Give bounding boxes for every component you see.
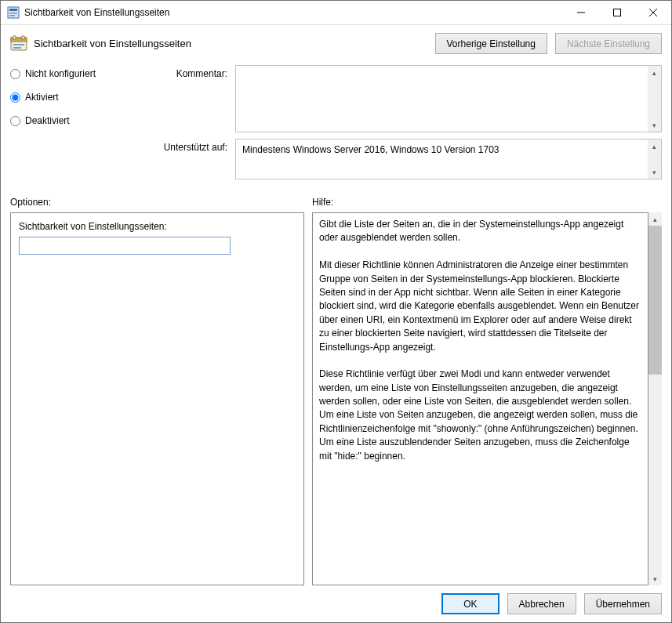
maximize-button[interactable] xyxy=(599,1,635,24)
radio-disabled-label: Deaktiviert xyxy=(25,115,70,126)
radio-enabled-label: Aktiviert xyxy=(25,92,59,103)
svg-rect-10 xyxy=(13,36,16,39)
supported-on-text: Mindestens Windows Server 2016, Windows … xyxy=(242,144,499,155)
minimize-button[interactable] xyxy=(563,1,599,24)
top-grid: Nicht konfiguriert Aktiviert Deaktiviert… xyxy=(10,65,662,179)
help-paragraph-1: Gibt die Liste der Seiten an, die in der… xyxy=(319,218,641,245)
comment-label: Kommentar: xyxy=(152,65,231,79)
state-radio-group: Nicht konfiguriert Aktiviert Deaktiviert xyxy=(10,65,147,126)
panels: Sichtbarkeit von Einstellungsseiten: Gib… xyxy=(10,212,662,585)
radio-not-configured[interactable]: Nicht konfiguriert xyxy=(10,68,147,79)
previous-setting-button[interactable]: Vorherige Einstellung xyxy=(435,33,547,54)
scroll-up-icon[interactable]: ▴ xyxy=(648,139,661,153)
help-panel: Gibt die Liste der Seiten an, die in der… xyxy=(312,212,648,585)
cancel-button[interactable]: Abbrechen xyxy=(507,593,576,614)
comment-textarea[interactable]: ▴ ▾ xyxy=(235,65,662,132)
titlebar: Sichtbarkeit von Einstellungsseiten xyxy=(1,1,671,25)
window-controls xyxy=(563,1,671,24)
radio-not-configured-input[interactable] xyxy=(10,69,20,79)
scroll-down-icon[interactable]: ▾ xyxy=(648,118,661,132)
visibility-input[interactable] xyxy=(19,237,231,255)
supported-label: Unterstützt auf: xyxy=(152,136,231,153)
svg-rect-1 xyxy=(9,9,17,11)
comment-scrollbar[interactable]: ▴ ▾ xyxy=(648,66,661,132)
help-paragraph-3: Diese Richtlinie verfügt über zwei Modi … xyxy=(319,368,641,463)
panel-labels: Optionen: Hilfe: xyxy=(10,197,662,208)
svg-rect-2 xyxy=(9,13,17,14)
policy-icon xyxy=(10,35,27,53)
header-row: Sichtbarkeit von Einstellungsseiten Vorh… xyxy=(10,33,662,54)
svg-rect-12 xyxy=(13,44,24,45)
page-title: Sichtbarkeit von Einstellungsseiten xyxy=(34,38,435,49)
help-scrollbar[interactable]: ▴ ▾ xyxy=(648,212,662,585)
svg-rect-5 xyxy=(614,9,621,16)
radio-not-configured-label: Nicht konfiguriert xyxy=(25,68,96,79)
radio-enabled-input[interactable] xyxy=(10,92,20,103)
radio-enabled[interactable]: Aktiviert xyxy=(10,92,147,103)
svg-rect-13 xyxy=(13,47,21,49)
next-setting-button[interactable]: Nächste Einstellung xyxy=(555,33,662,54)
client-area: Sichtbarkeit von Einstellungsseiten Vorh… xyxy=(1,25,671,622)
supported-scrollbar[interactable]: ▴ ▾ xyxy=(648,139,661,179)
help-wrap: Gibt die Liste der Seiten an, die in der… xyxy=(312,212,662,585)
dialog-footer: OK Abbrechen Übernehmen xyxy=(10,593,662,614)
svg-rect-3 xyxy=(9,15,15,16)
scroll-up-icon[interactable]: ▴ xyxy=(648,66,661,79)
scroll-down-icon[interactable]: ▾ xyxy=(648,165,661,179)
app-icon xyxy=(7,6,20,19)
radio-disabled[interactable]: Deaktiviert xyxy=(10,115,147,126)
options-panel: Sichtbarkeit von Einstellungsseiten: xyxy=(10,212,304,585)
help-label: Hilfe: xyxy=(312,197,333,208)
scroll-down-icon[interactable]: ▾ xyxy=(648,572,662,585)
scrollbar-thumb[interactable] xyxy=(648,226,662,375)
options-label: Optionen: xyxy=(10,197,312,208)
option-field-label: Sichtbarkeit von Einstellungsseiten: xyxy=(19,221,296,232)
window-title: Sichtbarkeit von Einstellungsseiten xyxy=(24,7,563,18)
dialog-window: Sichtbarkeit von Einstellungsseiten xyxy=(0,0,672,623)
help-paragraph-2: Mit dieser Richtlinie können Administrat… xyxy=(319,259,641,354)
scroll-up-icon[interactable]: ▴ xyxy=(648,212,662,226)
supported-on-box: Mindestens Windows Server 2016, Windows … xyxy=(235,139,662,179)
ok-button[interactable]: OK xyxy=(441,593,499,614)
radio-disabled-input[interactable] xyxy=(10,116,20,126)
close-button[interactable] xyxy=(635,1,671,24)
svg-rect-11 xyxy=(22,36,24,39)
apply-button[interactable]: Übernehmen xyxy=(584,593,662,614)
